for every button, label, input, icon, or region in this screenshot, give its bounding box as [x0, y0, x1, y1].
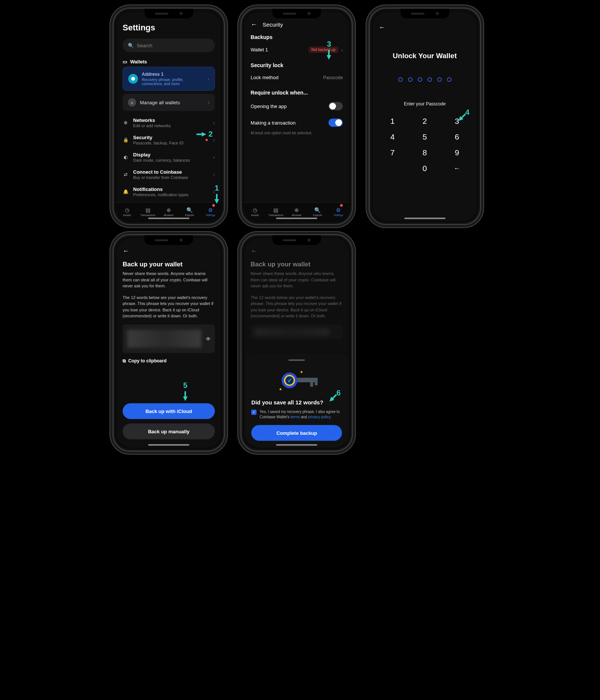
address-subtitle: Recovery phrase, profile, connections, a…	[142, 78, 204, 86]
back-button: ←	[250, 247, 257, 255]
wallets-section-label: ▭ Wallets	[117, 55, 221, 67]
transaction-row: Making a transaction	[244, 114, 349, 131]
chevron-right-icon: ›	[207, 76, 209, 82]
unlock-hint: At least one option must be selected.	[244, 131, 349, 135]
address-title: Address 1	[142, 72, 204, 77]
display-row[interactable]: ◐ DisplayDark mode, currency, balances ›	[117, 149, 221, 166]
consent-row[interactable]: ✓ Yes, I saved my recovery phrase. I als…	[251, 409, 342, 420]
chevron-right-icon: ›	[213, 171, 215, 177]
backup-title: Back up your wallet	[117, 255, 221, 270]
networks-row[interactable]: ⊕ NetworksEdit or add networks ›	[117, 114, 221, 131]
list-icon: ▤	[146, 207, 150, 213]
page-title: Security	[262, 21, 283, 28]
backup-manual-button[interactable]: Back up manually	[123, 424, 215, 439]
clock-icon: ◷	[125, 207, 129, 213]
manage-wallets-row[interactable]: + Manage all wallets ›	[123, 94, 215, 111]
search-placeholder: Search	[137, 43, 152, 48]
gear-icon: ⚙	[208, 207, 213, 213]
tab-settings[interactable]: ⚙Settings	[328, 203, 349, 221]
tab-assets[interactable]: ◷Assets	[244, 203, 266, 221]
page-title: Settings	[123, 23, 215, 33]
key-0[interactable]: 0	[409, 161, 441, 176]
opening-app-row: Opening the app	[244, 98, 349, 114]
transaction-toggle[interactable]	[328, 119, 343, 127]
chevron-right-icon: ›	[208, 99, 210, 105]
phone-frame: ← Security Backups Wallet 1 Not backed u…	[240, 8, 353, 225]
key-2[interactable]: 2	[409, 113, 441, 129]
key-blank	[376, 161, 409, 176]
tab-settings[interactable]: ⚙Settings	[200, 203, 221, 221]
chevron-right-icon: ›	[341, 47, 343, 53]
status-badge: Not backed up	[309, 47, 338, 53]
transfer-icon: ⇄	[123, 172, 129, 177]
search-icon: 🔍	[128, 43, 134, 48]
copy-to-clipboard[interactable]: ⧉ Copy to clipboard	[117, 357, 221, 369]
consent-checkbox[interactable]: ✓	[251, 410, 256, 415]
bell-icon: 🔔	[123, 189, 129, 194]
phone-frame: Settings 🔍 Search ▭ Wallets Address 1 Re…	[112, 8, 225, 225]
consent-text: Yes, I saved my recovery phrase. I also …	[260, 409, 342, 420]
confirmation-sheet: ✦ ✦ Did you save all 12 words? ✓ Yes, I …	[244, 354, 349, 448]
privacy-link[interactable]: privacy policy	[308, 415, 330, 419]
keypad: 1 2 3 4 5 6 7 8 9 0 ←	[373, 113, 477, 176]
copy-icon: ⧉	[123, 358, 126, 364]
backups-heading: Backups	[244, 29, 349, 42]
back-button[interactable]: ←	[250, 21, 257, 29]
sheet-handle[interactable]	[288, 359, 305, 361]
reveal-icon[interactable]: 👁	[206, 335, 211, 342]
key-7[interactable]: 7	[376, 145, 409, 161]
security-row[interactable]: 🔒 SecurityPasscode, backup, Face ID ›	[117, 131, 221, 149]
security-lock-heading: Security lock	[244, 57, 349, 71]
key-8[interactable]: 8	[409, 145, 441, 161]
chevron-right-icon: ›	[213, 154, 215, 160]
chevron-right-icon: ›	[213, 120, 215, 126]
globe-icon: ⊕	[166, 207, 171, 213]
plus-icon: +	[128, 98, 136, 107]
primary-wallet-card[interactable]: Address 1 Recovery phrase, profile, conn…	[123, 67, 215, 91]
back-button[interactable]: ←	[379, 24, 386, 31]
moon-icon: ◐	[123, 155, 129, 160]
search-icon: 🔍	[186, 207, 193, 213]
key-9[interactable]: 9	[441, 145, 473, 161]
chevron-right-icon: ›	[213, 137, 215, 143]
key-1[interactable]: 1	[376, 113, 409, 129]
alert-dot	[206, 139, 208, 141]
alert-dot	[212, 204, 215, 207]
key-3[interactable]: 3	[441, 113, 473, 129]
backup-warning-1: Never share these words. Anyone who lear…	[117, 270, 221, 294]
notifications-row[interactable]: 🔔 NotificationsPreferences, notification…	[117, 183, 221, 200]
key-5[interactable]: 5	[409, 129, 441, 145]
key-illustration: ✦ ✦	[251, 366, 342, 394]
wallet-backup-row[interactable]: Wallet 1 Not backed up ›	[244, 42, 349, 57]
chevron-right-icon: ›	[213, 189, 215, 195]
avatar	[128, 74, 138, 84]
lock-icon: 🔒	[123, 137, 129, 143]
unlock-title: Unlock Your Wallet	[373, 52, 477, 60]
opening-toggle[interactable]	[328, 102, 343, 110]
backup-warning-2: The 12 words below are your wallet's rec…	[117, 294, 221, 324]
enter-passcode-label: Enter your Passcode	[373, 101, 477, 107]
require-unlock-heading: Require unlock when...	[244, 84, 349, 98]
complete-backup-button[interactable]: Complete backup	[251, 425, 342, 441]
back-button[interactable]: ←	[123, 247, 129, 255]
sheet-title: Did you save all 12 words?	[251, 399, 342, 406]
terms-link[interactable]: terms	[290, 415, 300, 419]
wallet-icon: ▭	[123, 59, 127, 65]
pin-dots	[373, 77, 477, 82]
connect-coinbase-row[interactable]: ⇄ Connect to CoinbaseBuy or transfer fro…	[117, 166, 221, 183]
tab-assets[interactable]: ◷Assets	[117, 203, 138, 221]
key-4[interactable]: 4	[376, 129, 409, 145]
lock-method-row[interactable]: Lock method Passcode	[244, 71, 349, 84]
globe-icon: ⊕	[123, 120, 129, 125]
recovery-phrase-box: 👁	[123, 324, 215, 353]
key-backspace[interactable]: ←	[441, 161, 473, 176]
phone-frame: ← Back up your wallet Never share these …	[112, 234, 225, 452]
key-6[interactable]: 6	[441, 129, 473, 145]
search-input[interactable]: 🔍 Search	[123, 39, 215, 52]
phone-frame: ← Unlock Your Wallet Enter your Passcode…	[369, 8, 481, 225]
backup-icloud-button[interactable]: Back up with iCloud	[123, 403, 215, 419]
phone-frame: ← Back up your wallet Never share these …	[240, 234, 353, 452]
